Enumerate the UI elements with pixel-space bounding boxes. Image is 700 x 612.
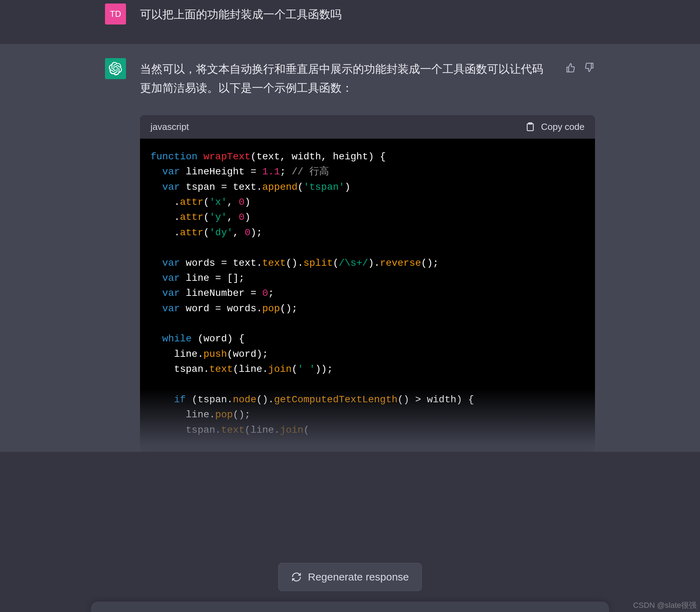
regenerate-wrap: Regenerate response [0, 563, 700, 591]
composer-bar [0, 601, 700, 612]
refresh-icon [291, 572, 302, 582]
assistant-message-inner: 当然可以，将文本自动换行和垂直居中展示的功能封装成一个工具函数可以让代码更加简洁… [91, 58, 609, 452]
user-message-inner: TD 可以把上面的功能封装成一个工具函数吗 [91, 4, 609, 25]
user-avatar-initials: TD [110, 9, 121, 19]
copy-code-label: Copy code [541, 121, 584, 132]
code-language-label: javascript [150, 121, 189, 132]
regenerate-label: Regenerate response [308, 571, 409, 583]
assistant-message-body: 当然可以，将文本自动换行和垂直居中展示的功能封装成一个工具函数可以让代码更加简洁… [140, 58, 595, 452]
assistant-message-row: 当然可以，将文本自动换行和垂直居中展示的功能封装成一个工具函数可以让代码更加简洁… [0, 44, 700, 452]
svg-rect-1 [527, 124, 533, 131]
composer-input[interactable] [91, 601, 609, 612]
user-avatar: TD [105, 4, 126, 25]
thumbs-down-button[interactable] [583, 62, 595, 74]
code-body[interactable]: function wrapText(text, width, height) {… [140, 139, 595, 452]
thumbs-up-button[interactable] [565, 62, 577, 74]
feedback-buttons [565, 62, 595, 74]
regenerate-button[interactable]: Regenerate response [278, 563, 422, 591]
copy-code-button[interactable]: Copy code [525, 121, 584, 132]
openai-logo-icon [109, 62, 122, 75]
clipboard-icon [525, 121, 536, 132]
thumbs-up-icon [566, 62, 576, 73]
code-header: javascript Copy code [140, 115, 595, 139]
user-message-row: TD 可以把上面的功能封装成一个工具函数吗 [0, 0, 700, 44]
thumbs-down-icon [584, 62, 594, 73]
user-message-text: 可以把上面的功能封装成一个工具函数吗 [140, 4, 595, 24]
user-message-body: 可以把上面的功能封装成一个工具函数吗 [140, 4, 595, 25]
assistant-avatar [105, 58, 126, 79]
code-block: javascript Copy code function wrapText(t… [140, 115, 595, 452]
assistant-intro-text: 当然可以，将文本自动换行和垂直居中展示的功能封装成一个工具函数可以让代码更加简洁… [140, 58, 595, 98]
